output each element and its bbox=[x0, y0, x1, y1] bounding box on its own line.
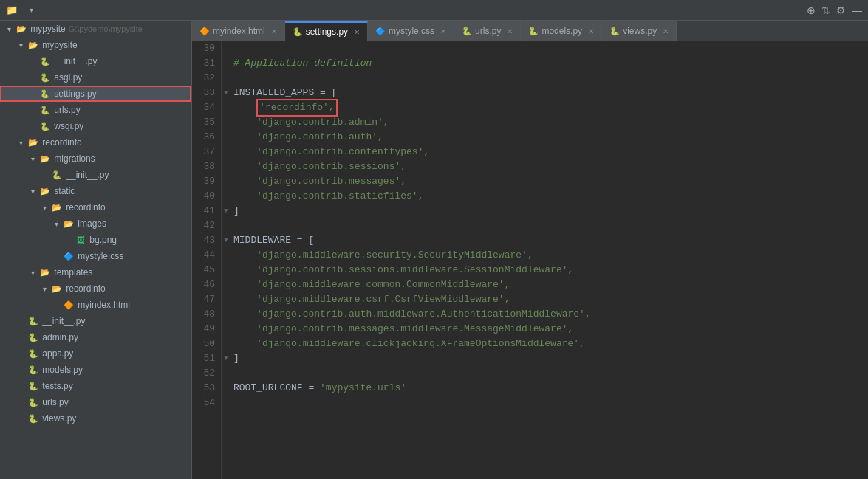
line-number-34: 34 bbox=[198, 100, 215, 115]
tab-close[interactable]: ✕ bbox=[663, 27, 669, 35]
fold-indicator[interactable]: ▾ bbox=[223, 233, 229, 248]
token bbox=[233, 100, 256, 115]
sidebar-item-mystylecss[interactable]: 🔷 mystyle.css bbox=[0, 248, 191, 264]
tree-arrow[interactable]: ▾ bbox=[3, 25, 15, 33]
tab-settings[interactable]: 🐍settings.py✕ bbox=[285, 21, 368, 41]
tab-close[interactable]: ✕ bbox=[354, 28, 360, 36]
tree-label: admin.py bbox=[40, 332, 78, 342]
tree-arrow[interactable]: ▾ bbox=[50, 220, 62, 228]
tree-label: models.py bbox=[40, 365, 83, 375]
code-editor[interactable]: 3031323334353637383940414243444546474849… bbox=[192, 41, 868, 479]
token: 'recordinfo', bbox=[256, 99, 337, 117]
minimize-icon[interactable]: — bbox=[852, 4, 862, 16]
sidebar-item-init1[interactable]: 🐍 __init__.py bbox=[0, 53, 191, 69]
sidebar-item-mypysite-root[interactable]: ▾📂 mypysiteG:\pydemo\mypysite bbox=[0, 21, 191, 37]
line-number-41: 41 bbox=[198, 204, 215, 218]
tab-urls[interactable]: 🐍urls.py✕ bbox=[454, 21, 521, 41]
line-number-52: 52 bbox=[198, 366, 215, 381]
tree-arrow[interactable]: ▾ bbox=[27, 187, 38, 196]
tab-label: urls.py bbox=[475, 26, 501, 36]
tab-views[interactable]: 🐍views.py✕ bbox=[602, 21, 677, 41]
tab-icon: 🐍 bbox=[609, 27, 620, 36]
token bbox=[233, 159, 256, 174]
sidebar-item-images[interactable]: ▾📂 images bbox=[0, 216, 191, 232]
sidebar-item-init3[interactable]: 🐍 __init__.py bbox=[0, 313, 191, 329]
tree-arrow[interactable]: ▾ bbox=[15, 41, 27, 49]
sidebar-item-modelspy[interactable]: 🐍 models.py bbox=[0, 362, 191, 378]
tree-icon-html: 🔶 bbox=[62, 300, 75, 310]
sidebar-item-recordinfo-static[interactable]: ▾📂 recordinfo bbox=[0, 199, 191, 216]
tab-icon: 🔶 bbox=[199, 27, 210, 36]
token: 'django.middleware.csrf.CsrfViewMiddlewa… bbox=[256, 292, 510, 307]
tab-close[interactable]: ✕ bbox=[271, 27, 277, 35]
tree-label: wsgi.py bbox=[52, 121, 83, 131]
tree-icon-py: 🐍 bbox=[27, 381, 40, 391]
tree-arrow[interactable]: ▾ bbox=[27, 269, 38, 277]
tree-label: views.py bbox=[40, 413, 76, 424]
sidebar-item-settings[interactable]: 🐍 settings.py bbox=[0, 86, 191, 102]
tree-icon-py: 🐍 bbox=[27, 397, 40, 407]
token: 'django.middleware.clickjacking.XFrameOp… bbox=[256, 337, 585, 351]
code-line-43: ▾MIDDLEWARE = [ bbox=[233, 233, 868, 248]
tree-label: settings.py bbox=[52, 89, 97, 99]
top-bar: 📁 ▾ ⊕ ⇅ ⚙ — bbox=[0, 0, 868, 21]
tree-icon-folder-open: 📂 bbox=[62, 218, 75, 229]
tab-models[interactable]: 🐍models.py✕ bbox=[521, 21, 602, 41]
sidebar-item-asgi[interactable]: 🐍 asgi.py bbox=[0, 69, 191, 86]
tab-close[interactable]: ✕ bbox=[507, 27, 513, 35]
tree-label: urls.py bbox=[40, 397, 69, 407]
fold-indicator[interactable]: ▾ bbox=[223, 351, 229, 366]
code-line-50: 'django.middleware.clickjacking.XFrameOp… bbox=[233, 337, 868, 351]
sidebar-item-wsgi[interactable]: 🐍 wsgi.py bbox=[0, 118, 191, 134]
tab-mystyle[interactable]: 🔷mystyle.css✕ bbox=[368, 21, 454, 41]
line-number-35: 35 bbox=[198, 115, 215, 130]
sidebar-item-recordinfo[interactable]: ▾📂 recordinfo bbox=[0, 134, 191, 151]
tree-icon-folder-open: 📂 bbox=[38, 154, 52, 164]
tree-icon-css: 🔷 bbox=[62, 251, 75, 261]
sidebar-item-myindexhtml[interactable]: 🔶 myindex.html bbox=[0, 297, 191, 313]
sidebar-item-testspy[interactable]: 🐍 tests.py bbox=[0, 378, 191, 394]
fold-indicator[interactable]: ▾ bbox=[223, 204, 229, 218]
sidebar-item-migrations[interactable]: ▾📂 migrations bbox=[0, 151, 191, 167]
sidebar: ▾📂 mypysiteG:\pydemo\mypysite▾📂 mypysite… bbox=[0, 21, 192, 479]
sidebar-item-urlspy[interactable]: 🐍 urls.py bbox=[0, 394, 191, 410]
add-icon[interactable]: ⊕ bbox=[807, 4, 816, 16]
sync-icon[interactable]: ⇅ bbox=[821, 4, 830, 16]
sidebar-item-appspy[interactable]: 🐍 apps.py bbox=[0, 345, 191, 362]
token: 'django.middleware.security.SecurityMidd… bbox=[256, 248, 533, 263]
sidebar-item-viewspy[interactable]: 🐍 views.py bbox=[0, 410, 191, 427]
line-number-40: 40 bbox=[198, 189, 215, 204]
line-number-37: 37 bbox=[198, 145, 215, 159]
sidebar-item-recordinfo-tmpl[interactable]: ▾📂 recordinfo bbox=[0, 280, 191, 297]
token: # Application definition bbox=[233, 56, 372, 71]
sidebar-item-init2[interactable]: 🐍 __init__.py bbox=[0, 167, 191, 183]
tree-arrow[interactable]: ▾ bbox=[27, 155, 38, 163]
sidebar-item-templates[interactable]: ▾📂 templates bbox=[0, 264, 191, 280]
tab-icon: 🔷 bbox=[375, 27, 386, 36]
tree-arrow[interactable]: ▾ bbox=[38, 285, 50, 293]
code-line-31: # Application definition bbox=[233, 56, 868, 71]
line-number-38: 38 bbox=[198, 159, 215, 174]
sidebar-item-mypysite-sub[interactable]: ▾📂 mypysite bbox=[0, 37, 191, 53]
code-line-33: ▾INSTALLED_APPS = [ bbox=[233, 86, 868, 100]
tab-label: mystyle.css bbox=[389, 26, 434, 36]
settings-icon[interactable]: ⚙ bbox=[836, 4, 846, 16]
tree-label: mystyle.css bbox=[75, 251, 123, 261]
code-line-30 bbox=[233, 41, 868, 56]
tree-arrow[interactable]: ▾ bbox=[38, 204, 50, 212]
sidebar-item-adminpy[interactable]: 🐍 admin.py bbox=[0, 329, 191, 345]
sidebar-item-bgpng[interactable]: 🖼 bg.png bbox=[0, 232, 191, 248]
tree-icon-folder-open: 📂 bbox=[27, 137, 40, 148]
token: ] bbox=[233, 351, 239, 366]
line-number-43: 43 bbox=[198, 233, 215, 248]
fold-indicator[interactable]: ▾ bbox=[223, 86, 229, 100]
tab-myindex[interactable]: 🔶myindex.html✕ bbox=[192, 21, 285, 41]
tree-arrow[interactable]: ▾ bbox=[15, 139, 27, 147]
tab-close[interactable]: ✕ bbox=[588, 27, 594, 35]
tab-close[interactable]: ✕ bbox=[440, 27, 446, 35]
tree-label: recordinfo bbox=[40, 137, 82, 148]
sidebar-item-static[interactable]: ▾📂 static bbox=[0, 183, 191, 199]
tree-label: __init__.py bbox=[52, 56, 97, 66]
sidebar-item-urls1[interactable]: 🐍 urls.py bbox=[0, 102, 191, 118]
dropdown-arrow[interactable]: ▾ bbox=[30, 6, 33, 14]
